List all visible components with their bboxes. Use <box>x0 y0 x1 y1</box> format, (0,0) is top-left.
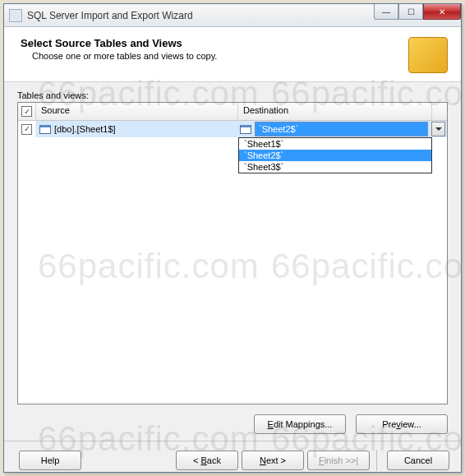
titlebar[interactable]: SQL Server Import and Export Wizard — ☐ … <box>4 4 461 27</box>
source-name: [dbo].[Sheet1$] <box>54 124 116 134</box>
separator <box>376 450 377 471</box>
close-button[interactable]: ✕ <box>423 4 461 20</box>
maximize-button[interactable]: ☐ <box>398 4 423 20</box>
page-subtitle: Choose one or more tables and views to c… <box>32 51 408 61</box>
row-checkbox-cell[interactable] <box>18 121 36 137</box>
destination-dropdown[interactable]: `Sheet1$` `Sheet2$` `Sheet3$` <box>238 137 432 173</box>
window-title: SQL Server Import and Export Wizard <box>27 10 374 21</box>
finish-button: Finish >>| <box>307 451 370 470</box>
destination-cell[interactable]: `Sheet2$` <box>238 121 447 137</box>
table-icon <box>39 125 51 134</box>
chevron-down-icon[interactable] <box>431 122 445 136</box>
dropdown-option[interactable]: `Sheet2$` <box>239 150 431 161</box>
wizard-icon <box>408 37 448 73</box>
grid-buttons: Edit Mappings... Preview... <box>4 409 461 441</box>
tables-grid[interactable]: Source Destination [dbo].[Sheet1$] `Shee… <box>17 102 448 404</box>
minimize-button[interactable]: — <box>374 4 398 20</box>
help-button[interactable]: Help <box>19 451 81 470</box>
app-icon <box>9 9 22 22</box>
grid-header: Source Destination <box>18 103 447 121</box>
destination-combo[interactable]: `Sheet2$` <box>255 122 428 136</box>
tables-label: Tables and views: <box>17 90 448 100</box>
edit-mappings-button[interactable]: Edit Mappings... <box>254 414 346 434</box>
window-controls: — ☐ ✕ <box>374 4 461 26</box>
cancel-button[interactable]: Cancel <box>387 451 449 470</box>
btn-text: dit Mappings... <box>274 419 333 429</box>
header-checkbox-cell[interactable] <box>18 103 36 120</box>
select-all-checkbox[interactable] <box>21 106 32 117</box>
body-section: Tables and views: Source Destination [db… <box>4 82 461 409</box>
column-header-source[interactable]: Source <box>36 103 238 120</box>
source-cell[interactable]: [dbo].[Sheet1$] <box>36 121 238 137</box>
page-title: Select Source Tables and Views <box>21 37 408 49</box>
back-button[interactable]: < Back <box>176 451 238 470</box>
preview-button[interactable]: Preview... <box>356 414 448 434</box>
dropdown-option[interactable]: `Sheet1$` <box>239 138 431 150</box>
next-button[interactable]: Next > <box>242 451 304 470</box>
wizard-window: SQL Server Import and Export Wizard — ☐ … <box>3 3 462 473</box>
table-row[interactable]: [dbo].[Sheet1$] `Sheet2$` <box>18 121 447 137</box>
dropdown-option[interactable]: `Sheet3$` <box>239 161 431 173</box>
wizard-nav-bar: Help < Back Next > Finish >>| Cancel <box>4 441 461 476</box>
row-checkbox[interactable] <box>21 124 32 135</box>
wizard-header: Select Source Tables and Views Choose on… <box>4 27 461 82</box>
column-header-destination[interactable]: Destination <box>238 103 447 120</box>
table-icon <box>240 125 251 134</box>
